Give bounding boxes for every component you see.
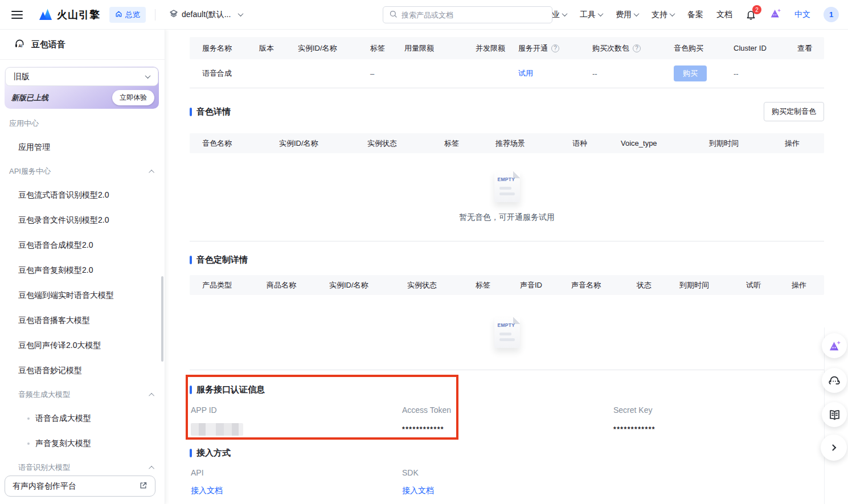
sidebar-menu-item[interactable]: 豆包端到端实时语音大模型 [0,283,165,308]
logo-text: 火山引擎 [57,8,100,22]
sidebar-menu-item[interactable]: 豆包语音合成模型2.0 [0,233,165,258]
table-header-cell: 服务开通 ? [518,43,592,54]
access-doc-link[interactable]: 接入文档 [191,486,402,496]
support-headset-float-button[interactable] [822,368,847,393]
sidebar-menu-item[interactable]: 豆包语音播客大模型 [0,308,165,333]
nav-menu-item[interactable]: 备案 [687,10,703,20]
ai-assistant-nav-icon[interactable] [769,7,781,22]
section-title: 音色详情 [190,106,231,117]
audio-platform-link[interactable]: 有声内容创作平台 [5,476,155,497]
help-question-icon[interactable]: ? [551,44,559,52]
layers-icon [169,9,178,20]
try-now-button[interactable]: 立即体验 [112,90,154,105]
chevron-right-icon [830,444,836,450]
notification-bell[interactable]: 2 [745,9,756,20]
service-table-row: 语音合成 – 试用 [190,59,824,88]
table-cell: 语音合成 [202,68,259,79]
docs-book-float-button[interactable] [822,402,847,427]
table-header-label: 声音名称 [571,280,601,290]
table-header-cell: 实例ID/名称 [298,43,370,54]
sidebar-menu-item[interactable]: 豆包录音文件识别模型2.0 [0,208,165,233]
overview-nav-badge[interactable]: 总览 [109,7,146,23]
collapse-rail-button[interactable] [821,435,847,461]
workspace-switcher[interactable]: default(默认... [169,9,243,20]
table-header-cell: 语种 [572,138,621,149]
buy-custom-voice-button[interactable]: 购买定制音色 [764,102,824,121]
sidebar-menu-item[interactable]: 应用管理 [0,135,165,160]
sidebar-menu: 应用中心 应用管理 API服务中心 豆包流式语音识别模型2.0 [0,112,165,504]
chevron-up-icon [149,169,154,175]
sidebar-menu-item-label: 音频生成大模型 [18,390,70,400]
table-header-label: 标签 [444,138,459,149]
sidebar-menu-item-label: 豆包同声传译2.0大模型 [18,341,101,351]
sidebar-menu-item[interactable]: 声音复刻大模型 [0,431,165,456]
table-header-cell: 音色名称 [202,138,279,149]
nav-menu-item[interactable]: 文档 [716,10,732,20]
chevron-down-icon [598,11,604,17]
voice-custom-empty-state: EMPTY [190,295,824,370]
table-header-cell: 到期时间 [679,280,746,290]
volcengine-logo[interactable]: 火山引擎 [38,6,100,24]
table-header-label: 版本 [259,43,274,54]
sidebar-menu-item[interactable]: 应用中心 [0,112,165,135]
table-header-label: 到期时间 [709,138,739,149]
user-avatar[interactable]: 1 [824,7,839,22]
version-select[interactable]: 旧版 [5,67,158,86]
new-version-text: 新版已上线 [11,93,48,103]
table-header-cell: 声音ID [520,280,571,290]
table-header-cell: 服务名称 [202,43,259,54]
section-title: 音色定制详情 [190,255,824,265]
nav-menu-item[interactable]: 费用 [616,10,638,20]
table-header-label: 音色购买 [674,43,703,54]
chevron-up-icon [149,465,154,471]
table-cell-value[interactable]: 试用 [518,68,533,79]
nav-menu-item-label: 工具 [580,10,596,20]
table-header-cell: 用量限额 [404,43,476,54]
table-header-label: 标签 [370,43,385,54]
table-header-label: 标签 [476,280,490,290]
table-header-label: 状态 [637,280,652,290]
sidebar-menu-item[interactable]: API服务中心 [0,160,165,183]
table-header-cell: 实例状态 [367,138,444,149]
table-cell-value[interactable]: 购买 [674,65,707,81]
sidebar-scrollbar-thumb[interactable] [161,276,163,362]
sidebar-menu-item-label: 语音识别大模型 [18,462,70,473]
table-cell-value: 语音合成 [202,68,232,79]
sidebar-menu-item-label: 豆包语音妙记模型 [18,366,82,376]
sidebar-menu-item[interactable]: 音频生成大模型 [0,383,165,406]
language-switcher[interactable]: 中文 [794,10,810,20]
sidebar-menu-item-label: 应用中心 [9,118,39,129]
svg-text:AI: AI [18,44,22,48]
table-cell [404,69,476,78]
sidebar-menu-item[interactable]: 豆包语音妙记模型 [0,358,165,383]
access-doc-link[interactable]: 接入文档 [402,486,613,496]
product-title: 豆包语音 [31,39,65,50]
nav-menu-item[interactable]: 支持 [652,10,674,20]
table-header-label: 实例状态 [407,280,437,290]
sidebar-menu-item[interactable]: 豆包声音复刻模型2.0 [0,258,165,283]
table-header-cell: Cluster ID [734,44,797,52]
sidebar-menu-item[interactable]: 豆包同声传译2.0大模型 [0,333,165,358]
ai-assistant-float-button[interactable] [822,333,847,358]
table-header-label: Cluster ID [734,44,767,52]
table-header-label: 查看 [797,43,812,54]
search-icon [389,10,398,21]
table-header-cell: 到期时间 [709,138,785,149]
table-cell [259,69,298,78]
help-question-icon[interactable]: ? [633,44,641,52]
access-methods-grid: API 接入文档 SDK 接入文档 [190,468,824,496]
access-method-label: API [191,468,402,477]
workspace-name: default(默认... [182,10,231,20]
nav-right-group: 企业 工具 费用 支持 备案 [544,7,839,22]
nav-menu-item[interactable]: 工具 [580,10,603,20]
access-method: SDK 接入文档 [402,468,613,496]
access-method-label: SDK [402,468,613,477]
search-input[interactable] [402,11,546,19]
table-header-label: Voice_type [621,139,657,147]
sidebar-menu-item[interactable]: 语音合成大模型 [0,406,165,431]
hamburger-menu-icon[interactable] [11,11,23,19]
voice-table-header: 音色名称实例ID/名称实例状态标签推荐场景语种Voice_type到期时间操作 [190,133,824,153]
version-promo-card: 旧版 新版已上线 立即体验 [5,67,159,109]
table-header-label: 服务开通 [518,43,548,54]
sidebar-menu-item[interactable]: 豆包流式语音识别模型2.0 [0,183,165,208]
